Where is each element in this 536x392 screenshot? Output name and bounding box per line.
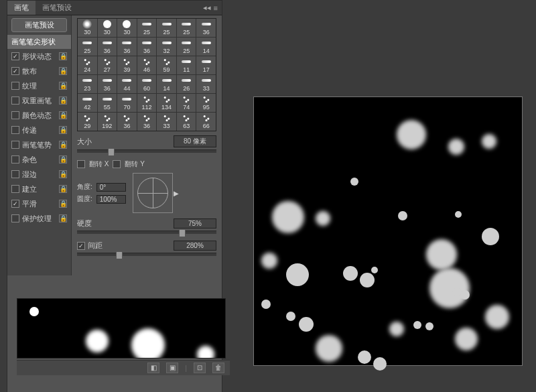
lock-icon[interactable]: 🔒 (59, 82, 67, 90)
spacing-checkbox[interactable] (77, 242, 85, 250)
spacing-slider[interactable] (77, 253, 216, 256)
brush-thumb[interactable]: 42 (78, 94, 97, 112)
option-0[interactable]: 形状动态🔒 (7, 49, 71, 64)
tab-brush-presets[interactable]: 画笔预设 (36, 1, 78, 15)
option-8[interactable]: 湿边🔒 (7, 167, 71, 182)
brush-thumb[interactable]: 63 (177, 113, 196, 131)
option-checkbox[interactable] (11, 200, 19, 208)
roundness-value[interactable]: 100% (96, 195, 126, 204)
flip-y-checkbox[interactable] (113, 160, 121, 168)
option-9[interactable]: 建立🔒 (7, 182, 71, 196)
lock-icon[interactable]: 🔒 (59, 170, 67, 178)
option-checkbox[interactable] (11, 170, 19, 178)
option-checkbox[interactable] (11, 82, 19, 90)
menu-icon[interactable]: ≡ (214, 4, 218, 12)
option-5[interactable]: 传递🔒 (7, 123, 71, 137)
option-checkbox[interactable] (11, 111, 19, 119)
option-3[interactable]: 双重画笔🔒 (7, 93, 71, 108)
brush-thumb[interactable]: 134 (157, 94, 176, 112)
option-6[interactable]: 画笔笔势🔒 (7, 137, 71, 152)
option-checkbox[interactable] (11, 126, 19, 134)
trash-icon[interactable]: 🗑 (212, 363, 224, 373)
brush-thumb[interactable]: 25 (177, 19, 196, 37)
brush-thumb[interactable]: 39 (117, 56, 137, 74)
brush-thumb[interactable]: 29 (78, 113, 97, 131)
brush-thumb[interactable]: 36 (137, 38, 157, 56)
brush-thumb[interactable]: 36 (117, 38, 137, 56)
brush-thumb[interactable]: 36 (98, 75, 117, 93)
option-checkbox[interactable] (11, 185, 19, 193)
brush-thumb[interactable]: 36 (117, 113, 137, 131)
brush-thumb[interactable]: 17 (196, 56, 216, 74)
spacing-value[interactable]: 280% (174, 241, 216, 251)
option-checkbox[interactable] (11, 52, 19, 60)
toggle-preview-icon[interactable]: ◧ (147, 363, 159, 373)
option-checkbox[interactable] (11, 141, 19, 149)
tab-brush[interactable]: 画笔 (7, 1, 36, 15)
brush-tip-shape-row[interactable]: 画笔笔尖形状 (7, 35, 71, 49)
brush-thumb[interactable]: 25 (137, 19, 157, 37)
brush-thumbnail-grid[interactable]: 3030302525253625363636322514242739465911… (77, 18, 216, 131)
brush-thumb[interactable]: 36 (98, 38, 117, 56)
option-2[interactable]: 纹理🔒 (7, 78, 71, 93)
brush-thumb[interactable]: 55 (98, 94, 117, 112)
create-preset-icon[interactable]: ⊡ (194, 363, 206, 373)
brush-thumb[interactable]: 11 (177, 56, 196, 74)
option-checkbox[interactable] (11, 155, 19, 164)
brush-thumb[interactable]: 192 (98, 113, 117, 131)
brush-thumb[interactable]: 44 (117, 75, 137, 93)
lock-icon[interactable]: 🔒 (59, 185, 67, 193)
brush-thumb[interactable]: 26 (177, 75, 196, 93)
brush-thumb[interactable]: 36 (196, 19, 216, 37)
size-value[interactable]: 80 像素 (174, 135, 216, 147)
brush-thumb[interactable]: 33 (157, 113, 176, 131)
brush-thumb[interactable]: 74 (177, 94, 196, 112)
lock-icon[interactable]: 🔒 (59, 67, 67, 75)
flip-x-checkbox[interactable] (77, 160, 85, 168)
brush-thumb[interactable]: 46 (137, 56, 157, 74)
brush-thumb[interactable]: 25 (177, 38, 196, 56)
brush-thumb[interactable]: 27 (98, 56, 117, 74)
lock-icon[interactable]: 🔒 (59, 155, 67, 164)
lock-icon[interactable]: 🔒 (59, 126, 67, 134)
option-checkbox[interactable] (11, 214, 19, 222)
option-checkbox[interactable] (11, 96, 19, 105)
lock-icon[interactable]: 🔒 (59, 96, 67, 105)
option-checkbox[interactable] (11, 67, 19, 75)
angle-value[interactable]: 0° (96, 183, 126, 192)
brush-thumb[interactable]: 60 (137, 75, 157, 93)
brush-thumb[interactable]: 24 (78, 56, 97, 74)
angle-dial[interactable]: ▶ (133, 173, 173, 213)
brush-thumb[interactable]: 25 (157, 19, 176, 37)
brush-thumb[interactable]: 23 (78, 75, 97, 93)
lock-icon[interactable]: 🔒 (59, 141, 67, 149)
brush-thumb[interactable]: 32 (157, 38, 176, 56)
brush-thumb[interactable]: 30 (98, 19, 117, 37)
lock-icon[interactable]: 🔒 (59, 111, 67, 119)
brush-thumb[interactable]: 112 (137, 94, 157, 112)
option-10[interactable]: 平滑🔒 (7, 196, 71, 211)
hardness-value[interactable]: 75% (174, 218, 216, 228)
brush-thumb[interactable]: 59 (157, 56, 176, 74)
new-brush-icon[interactable]: ▣ (166, 363, 178, 373)
lock-icon[interactable]: 🔒 (59, 200, 67, 208)
brush-presets-button[interactable]: 画笔预设 (11, 18, 67, 32)
option-1[interactable]: 散布🔒 (7, 64, 71, 78)
option-4[interactable]: 颜色动态🔒 (7, 108, 71, 123)
brush-thumb[interactable]: 66 (196, 113, 216, 131)
brush-thumb[interactable]: 14 (196, 38, 216, 56)
option-7[interactable]: 杂色🔒 (7, 152, 71, 167)
collapse-icon[interactable]: ◂◂ (203, 3, 211, 12)
brush-thumb[interactable]: 25 (78, 38, 97, 56)
option-11[interactable]: 保护纹理🔒 (7, 211, 71, 226)
brush-thumb[interactable]: 30 (78, 19, 97, 37)
brush-thumb[interactable]: 33 (196, 75, 216, 93)
brush-thumb[interactable]: 70 (117, 94, 137, 112)
size-slider[interactable] (77, 149, 216, 153)
brush-thumb[interactable]: 95 (196, 94, 216, 112)
hardness-slider[interactable] (77, 231, 216, 234)
brush-thumb[interactable]: 14 (157, 75, 176, 93)
brush-thumb[interactable]: 30 (117, 19, 137, 37)
brush-thumb[interactable]: 36 (137, 113, 157, 131)
lock-icon[interactable]: 🔒 (59, 52, 67, 60)
